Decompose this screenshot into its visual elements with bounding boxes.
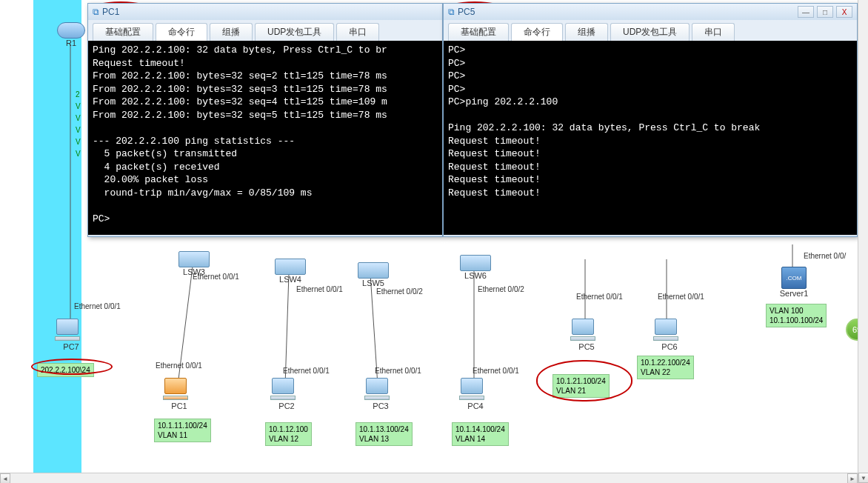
router-icon xyxy=(57,22,85,39)
close-button[interactable]: X xyxy=(836,6,852,18)
terminal-window-pc5[interactable]: ⧉ PC5 — □ X 基础配置 命令行 组播 UDP发包工具 串口 PC> P… xyxy=(443,3,858,237)
switch-icon xyxy=(358,262,389,279)
switch-icon xyxy=(275,259,306,275)
app-icon: ⧉ xyxy=(93,7,99,17)
pc-icon xyxy=(269,378,297,402)
server-icon: .COM xyxy=(781,267,807,289)
tab-multicast[interactable]: 组播 xyxy=(210,23,253,41)
server1-device[interactable]: .COM Server1 xyxy=(776,267,812,298)
window-title: PC5 xyxy=(458,7,475,17)
ip-badge-server1: VLAN 100 10.1.100.100/24 xyxy=(766,304,827,327)
tab-basic-config[interactable]: 基础配置 xyxy=(93,23,153,41)
minimize-icon: — xyxy=(802,8,809,16)
port-label: Ethernet 0/0/1 xyxy=(296,285,343,293)
window-titlebar[interactable]: ⧉ PC1 xyxy=(88,4,442,20)
ip-badge-pc6: 10.1.22.100/24 VLAN 22 xyxy=(637,356,694,379)
device-label: PC1 xyxy=(161,402,197,410)
tab-multicast[interactable]: 组播 xyxy=(565,23,608,41)
port-label: Ethernet 0/0/1 xyxy=(658,293,704,301)
tab-command-line[interactable]: 命令行 xyxy=(156,23,207,41)
port-label: Ethernet 0/0/1 xyxy=(74,302,121,310)
tab-bar: 基础配置 命令行 组播 UDP发包工具 串口 xyxy=(88,20,442,41)
horizontal-scrollbar[interactable]: ◄ ► xyxy=(0,473,858,483)
port-label: Ethernet 0/0/1 xyxy=(473,367,519,375)
port-label: Ethernet 0/0/1 xyxy=(156,362,202,370)
port-label: Ethernet 0/0/1 xyxy=(375,367,421,375)
tab-serial[interactable]: 串口 xyxy=(336,23,379,41)
pc-icon xyxy=(569,319,597,342)
pc-icon xyxy=(161,378,190,402)
ip-badge-pc7: 202.2.2.100\24 xyxy=(37,363,94,377)
pc4-device[interactable]: PC4 xyxy=(458,378,493,410)
minimize-button[interactable]: — xyxy=(798,6,814,18)
vertical-scrollbar[interactable]: ▼ xyxy=(858,0,868,483)
tab-basic-config[interactable]: 基础配置 xyxy=(448,23,509,41)
device-label: R1 xyxy=(53,39,89,47)
device-label: PC3 xyxy=(363,402,398,410)
pc1-device[interactable]: PC1 xyxy=(161,378,197,410)
port-label: Ethernet 0/0/2 xyxy=(478,285,524,293)
switch-icon xyxy=(178,251,210,267)
device-label: PC4 xyxy=(458,402,493,410)
window-title: PC1 xyxy=(102,7,119,17)
ip-badge-pc2: 10.1.12.100 VLAN 12 xyxy=(265,422,312,446)
maximize-button[interactable]: □ xyxy=(817,6,833,18)
device-label: PC6 xyxy=(652,342,687,351)
scroll-left-button[interactable]: ◄ xyxy=(0,473,10,483)
pc2-device[interactable]: PC2 xyxy=(269,378,304,410)
device-label: LSW4 xyxy=(273,275,308,284)
window-titlebar[interactable]: ⧉ PC5 — □ X xyxy=(444,4,857,20)
pc6-device[interactable]: PC6 xyxy=(652,319,687,351)
pc-icon xyxy=(652,319,680,342)
device-label: PC5 xyxy=(569,342,604,351)
side-markers: 2 V V V V V xyxy=(76,89,81,160)
pc7-device[interactable]: PC7 xyxy=(53,319,89,351)
device-label: Server1 xyxy=(776,289,812,298)
port-label: Ethernet 0/0/1 xyxy=(283,367,330,375)
device-label: LSW5 xyxy=(355,279,391,287)
tab-serial[interactable]: 串口 xyxy=(692,23,735,41)
app-icon: ⧉ xyxy=(448,7,455,17)
device-label: PC7 xyxy=(53,342,89,351)
switch-lsw5[interactable]: LSW5 xyxy=(355,259,391,287)
ip-badge-pc1: 10.1.11.100/24 VLAN 11 xyxy=(154,419,211,442)
pc5-device[interactable]: PC5 xyxy=(569,319,604,351)
scroll-right-button[interactable]: ► xyxy=(847,473,858,483)
server-tag: .COM xyxy=(787,275,802,282)
port-label: Ethernet 0/0/2 xyxy=(376,287,423,296)
device-label: LSW6 xyxy=(458,271,493,280)
maximize-icon: □ xyxy=(823,8,827,16)
tab-command-line[interactable]: 命令行 xyxy=(511,23,563,41)
terminal-window-pc1[interactable]: ⧉ PC1 基础配置 命令行 组播 UDP发包工具 串口 Ping 202.2.… xyxy=(87,3,443,237)
pc3-device[interactable]: PC3 xyxy=(363,378,398,410)
terminal-output[interactable]: PC> PC> PC> PC> PC>ping 202.2.2.100 Ping… xyxy=(444,41,857,235)
switch-lsw4[interactable]: LSW4 xyxy=(273,256,308,284)
tab-udp-tool[interactable]: UDP发包工具 xyxy=(610,23,690,41)
tab-udp-tool[interactable]: UDP发包工具 xyxy=(255,23,334,41)
port-label: Ethernet 0/0/1 xyxy=(576,293,623,301)
scroll-down-button[interactable]: ▼ xyxy=(858,473,868,483)
port-label: Ethernet 0/0/ xyxy=(804,252,846,260)
pc-icon xyxy=(53,319,81,342)
router-device[interactable]: R1 xyxy=(53,22,89,47)
tab-bar: 基础配置 命令行 组播 UDP发包工具 串口 xyxy=(444,20,857,41)
pc-icon xyxy=(458,378,486,402)
close-icon: X xyxy=(842,8,847,16)
port-label: Ethernet 0/0/1 xyxy=(193,273,239,281)
ip-badge-pc5: 10.1.21.100/24 VLAN 21 xyxy=(552,374,610,398)
switch-icon xyxy=(460,255,491,271)
vlan-zone xyxy=(33,0,81,474)
ip-badge-pc4: 10.1.14.100/24 VLAN 14 xyxy=(452,422,509,446)
terminal-output[interactable]: Ping 202.2.2.100: 32 data bytes, Press C… xyxy=(88,41,442,235)
switch-lsw6[interactable]: LSW6 xyxy=(458,252,493,280)
ip-badge-pc3: 10.1.13.100/24 VLAN 13 xyxy=(355,422,413,446)
device-label: PC2 xyxy=(269,402,304,410)
pc-icon xyxy=(363,378,391,402)
